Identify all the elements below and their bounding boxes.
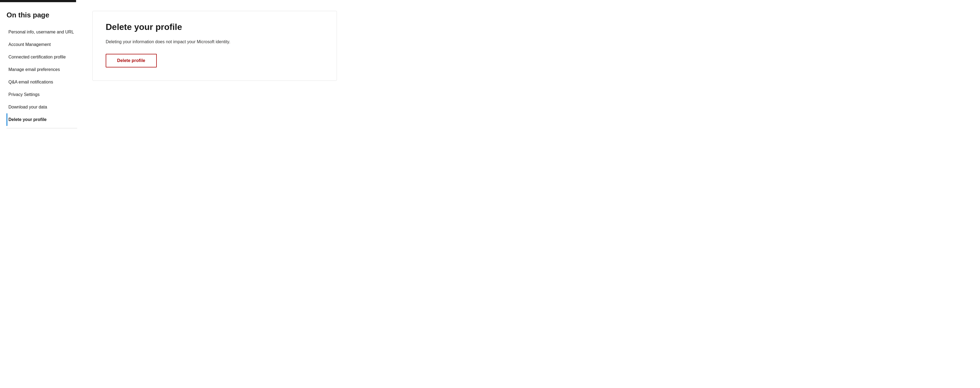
sidebar-item-privacy-settings[interactable]: Privacy Settings (6, 88, 76, 101)
section-description: Deleting your information does not impac… (106, 38, 324, 45)
sidebar-divider (6, 128, 77, 128)
sidebar-item-delete-profile[interactable]: Delete your profile (6, 113, 76, 126)
sidebar-top-bar (0, 0, 76, 2)
sidebar: On this page Personal info, username and… (0, 0, 76, 388)
sidebar-item-connected-certification[interactable]: Connected certification profile (6, 51, 76, 63)
sidebar-item-personal-info[interactable]: Personal info, username and URL (6, 26, 76, 38)
sidebar-nav: Personal info, username and URLAccount M… (6, 26, 76, 126)
sidebar-item-account-management[interactable]: Account Management (6, 38, 76, 51)
delete-profile-button[interactable]: Delete profile (106, 54, 157, 67)
sidebar-item-manage-email[interactable]: Manage email preferences (6, 63, 76, 76)
main-content: Delete your profile Deleting your inform… (76, 0, 980, 388)
sidebar-title: On this page (6, 11, 76, 19)
section-title: Delete your profile (106, 22, 324, 32)
delete-profile-section: Delete your profile Deleting your inform… (92, 11, 337, 81)
sidebar-item-download-data[interactable]: Download your data (6, 101, 76, 113)
sidebar-item-qa-email[interactable]: Q&A email notifications (6, 76, 76, 88)
